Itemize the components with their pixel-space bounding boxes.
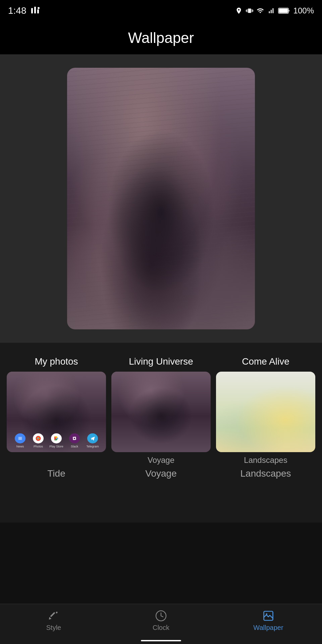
svg-rect-1 [34, 7, 36, 13]
signal-icon [267, 7, 275, 14]
tide-label: Tide [7, 468, 106, 479]
category-my-photos[interactable]: My photos News [7, 356, 106, 465]
location-icon [235, 7, 243, 14]
home-indicator [141, 640, 181, 641]
my-photos-title: My photos [35, 356, 78, 367]
living-universe-title: Living Universe [129, 356, 193, 367]
fi-icon [30, 5, 41, 16]
style-nav-label: Style [46, 624, 61, 632]
svg-rect-8 [75, 438, 76, 440]
nav-style[interactable]: Style [0, 610, 107, 632]
rock-texture-overlay [67, 68, 255, 329]
living-universe-subtitle: Voyage [148, 455, 174, 465]
svg-rect-0 [31, 8, 33, 13]
wallpaper-preview-image[interactable] [67, 68, 255, 329]
wallpaper-preview-container[interactable] [0, 54, 322, 343]
categories-section: My photos News [0, 350, 322, 523]
voyage-label: Voyage [111, 468, 211, 479]
nav-clock[interactable]: Clock [107, 610, 215, 632]
news-app-icon: News [13, 433, 28, 448]
my-photos-thumb[interactable]: News Photos Play Store [7, 372, 106, 452]
living-universe-bg [111, 372, 211, 452]
photos-app-icon: Photos [31, 433, 46, 448]
wifi-icon [257, 7, 264, 14]
status-left: 1:48 [8, 5, 41, 16]
thumb-app-icons: News Photos Play Store [7, 433, 106, 448]
come-alive-title: Come Alive [242, 356, 289, 367]
battery-icon [278, 7, 290, 14]
wallpaper-nav-label: Wallpaper [253, 624, 283, 632]
status-time: 1:48 [8, 5, 26, 16]
status-bar: 1:48 100% [0, 0, 322, 20]
slack-app-icon: Slack [67, 433, 82, 448]
telegram-label: Telegram [86, 445, 99, 448]
playstore-label: Play Store [49, 445, 63, 448]
category-row: My photos News [7, 356, 315, 465]
come-alive-thumb[interactable] [216, 372, 315, 452]
page-title: Wallpaper [0, 20, 322, 54]
style-icon [48, 610, 60, 622]
svg-point-3 [38, 7, 40, 9]
living-universe-thumb[interactable] [111, 372, 211, 452]
come-alive-subtitle: Landscapes [244, 455, 287, 465]
svg-rect-9 [74, 437, 76, 438]
clock-nav-label: Clock [153, 624, 169, 632]
battery-percentage: 100% [293, 6, 314, 15]
photos-label: Photos [34, 445, 43, 448]
status-right: 100% [235, 6, 314, 15]
section-divider [0, 343, 322, 350]
clock-icon [155, 610, 167, 622]
svg-rect-6 [279, 9, 288, 13]
wallpaper-icon [262, 610, 274, 622]
category-come-alive[interactable]: Come Alive Landscapes [216, 356, 315, 465]
bottom-nav: Style Clock Wallpaper [0, 604, 322, 644]
telegram-app-icon: Telegram [85, 433, 100, 448]
slack-label: Slack [71, 445, 78, 448]
svg-rect-7 [73, 437, 74, 439]
svg-rect-10 [73, 439, 75, 440]
svg-point-13 [266, 613, 268, 615]
svg-rect-2 [37, 9, 39, 13]
nav-wallpaper[interactable]: Wallpaper [215, 610, 322, 632]
category-living-universe[interactable]: Living Universe Voyage [111, 356, 211, 465]
come-alive-bg [216, 372, 315, 452]
vibrate-icon [246, 7, 253, 14]
playstore-app-icon: Play Store [49, 433, 64, 448]
news-label: News [16, 445, 24, 448]
landscapes-label: Landscapes [216, 468, 315, 479]
